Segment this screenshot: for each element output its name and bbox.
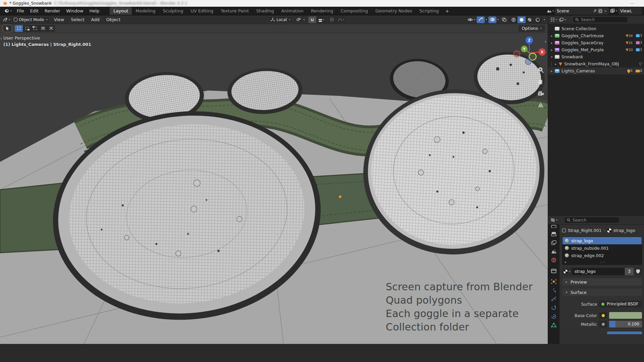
editor-type-button[interactable]: ▾ <box>3 17 10 22</box>
breadcrumb-material[interactable]: strap_logo <box>613 228 635 233</box>
expand-arrow-icon[interactable]: ▸ <box>550 34 553 38</box>
tab-modeling[interactable]: Modeling <box>132 7 159 15</box>
material-slot-strap-edge[interactable]: strap_edge.002 <box>562 252 642 259</box>
sidebar-expand-arrow[interactable]: ‹ <box>545 39 546 44</box>
outliner-search-input[interactable]: Search <box>573 16 628 23</box>
select-mode-extend[interactable] <box>23 25 31 32</box>
tab-world-properties[interactable] <box>551 257 557 263</box>
mode-selector[interactable]: Object Mode ▾ <box>11 16 50 23</box>
new-scene-icon[interactable] <box>598 9 602 13</box>
properties-editor-type-button[interactable]: ▾ <box>550 218 557 222</box>
expand-arrow-icon[interactable]: ▸ <box>554 62 557 66</box>
gizmo-z-label[interactable]: Z <box>528 39 530 42</box>
tab-geometry-nodes[interactable]: Geometry Nodes <box>372 7 416 15</box>
gizmo-y-label[interactable]: Y <box>523 47 526 51</box>
outliner-row-goggles-spacegray[interactable]: ▸ Goggles_SpaceGray ▼21 3 <box>548 39 644 46</box>
pan-hand-icon[interactable] <box>537 78 544 86</box>
tab-object-data-properties[interactable] <box>551 322 557 328</box>
chevron-down-icon[interactable]: ▾ <box>544 18 545 21</box>
properties-search-input[interactable]: Search <box>564 217 620 223</box>
menu-edit[interactable]: Edit <box>27 7 42 14</box>
tab-constraint-properties[interactable] <box>551 314 557 319</box>
visibility-selector[interactable]: ▾ <box>467 17 475 22</box>
tab-sculpting[interactable]: Sculpting <box>159 7 187 15</box>
select-mode-set[interactable] <box>15 25 23 32</box>
tab-layout[interactable]: Layout <box>110 7 132 15</box>
menu-file[interactable]: File <box>14 7 27 14</box>
base-color-socket-button[interactable] <box>599 312 607 319</box>
preview-panel-header[interactable]: ▸ Preview <box>562 278 642 286</box>
expand-arrow-icon[interactable]: ▸ <box>550 48 553 52</box>
fake-user-button[interactable] <box>634 268 642 275</box>
menu-view[interactable]: View <box>51 16 67 23</box>
tab-rendering[interactable]: Rendering <box>307 7 337 15</box>
scene-selector[interactable]: Scene × <box>555 8 609 14</box>
menu-object[interactable]: Object <box>104 16 123 23</box>
outliner-display-mode-button[interactable]: ▾ <box>559 18 566 22</box>
material-slot-strap-outside[interactable]: strap_outside.001 <box>562 244 642 252</box>
gizmos-toggle[interactable] <box>477 16 485 23</box>
tab-modifier-properties[interactable] <box>551 288 557 293</box>
menu-window[interactable]: Window <box>63 7 86 14</box>
gizmo-x-label[interactable]: X <box>541 50 543 54</box>
xray-toggle[interactable] <box>500 16 508 23</box>
roughness-slider-clipped[interactable] <box>607 331 642 334</box>
material-users-count[interactable]: 3 <box>625 268 634 275</box>
add-workspace-button[interactable]: + <box>442 8 452 14</box>
view-layer-selector[interactable]: ViewL <box>619 8 642 14</box>
active-tool-select-box[interactable] <box>3 25 12 32</box>
scene-type-button[interactable]: ▾ <box>546 9 554 13</box>
proportional-edit-toggle[interactable] <box>328 16 336 23</box>
menu-help[interactable]: Help <box>87 7 103 14</box>
zoom-icon[interactable] <box>537 66 544 74</box>
blender-menu-button[interactable]: ▾ <box>2 9 14 13</box>
outliner-row-goggles-met-purple[interactable]: ▸ Goggles_Met_Purple ▼23 3 <box>548 46 644 53</box>
tab-particle-properties[interactable] <box>551 296 557 302</box>
orthographic-grid-icon[interactable] <box>537 102 544 109</box>
options-button[interactable]: Options ▾ <box>519 25 545 32</box>
viewport-canvas[interactable]: Z X Y › User Perspective (1) Lights_Came… <box>0 33 548 344</box>
tab-scene-properties[interactable] <box>551 249 557 254</box>
unlink-scene-icon[interactable]: × <box>604 9 607 13</box>
pivot-point-selector[interactable]: ▾ <box>294 16 307 23</box>
shading-solid-button[interactable] <box>518 16 526 23</box>
tab-collection-properties[interactable] <box>551 268 557 274</box>
material-name-field[interactable]: strap_logo <box>572 268 625 275</box>
menu-render[interactable]: Render <box>42 7 63 14</box>
viewlayer-type-button[interactable]: ▾ <box>610 9 617 13</box>
toolbar-expand-arrow[interactable]: › <box>0 36 2 41</box>
tab-physics-properties[interactable] <box>551 305 557 310</box>
metallic-socket-button[interactable] <box>599 321 607 327</box>
proportional-falloff[interactable]: ▾ <box>336 16 346 23</box>
gizmo-minus-x[interactable] <box>514 51 520 57</box>
menu-add[interactable]: Add <box>89 16 102 23</box>
tab-render-properties[interactable] <box>551 223 557 228</box>
overlays-toggle[interactable] <box>488 16 496 23</box>
minimize-button[interactable]: — <box>630 2 634 5</box>
mesh-data-icon[interactable]: ▽ <box>639 62 642 66</box>
tab-animation[interactable]: Animation <box>278 7 307 15</box>
metallic-slider[interactable]: 0.100 <box>609 321 642 327</box>
transform-orientation-selector[interactable]: Local ▾ <box>268 16 292 23</box>
base-color-swatch[interactable] <box>609 312 642 319</box>
tab-view-layer-properties[interactable] <box>551 240 557 245</box>
collapse-arrow-icon[interactable]: ▾ <box>550 55 553 59</box>
tab-object-properties[interactable] <box>551 279 557 284</box>
expand-arrow-icon[interactable]: ▸ <box>550 41 553 45</box>
shading-material-button[interactable] <box>526 16 534 23</box>
tab-output-properties[interactable] <box>551 231 557 237</box>
shading-wireframe-button[interactable] <box>509 16 518 23</box>
outliner-editor-type-button[interactable]: ▾ <box>550 17 557 22</box>
tab-texture-paint[interactable]: Texture Paint <box>217 7 253 15</box>
tab-shading[interactable]: Shading <box>253 7 278 15</box>
outliner-row-snowbank-frommaya-obj[interactable]: │ ▸ ▼ Snowbank_FromMaya_OBJ ▽ <box>548 60 644 67</box>
outliner-row-snowbank[interactable]: ▾ Snowbank <box>548 53 644 60</box>
expand-arrow-icon[interactable]: ▸ <box>550 69 553 73</box>
outliner-row-scene-collection[interactable]: Scene Collection <box>548 25 644 32</box>
select-mode-invert[interactable] <box>39 25 47 32</box>
pin-icon[interactable] <box>593 9 597 13</box>
breadcrumb-object[interactable]: Strap_Right.001 <box>568 228 602 233</box>
snap-toggle[interactable] <box>308 16 316 23</box>
snap-settings[interactable]: ▾ <box>316 16 326 23</box>
select-mode-intersect[interactable] <box>47 25 55 32</box>
